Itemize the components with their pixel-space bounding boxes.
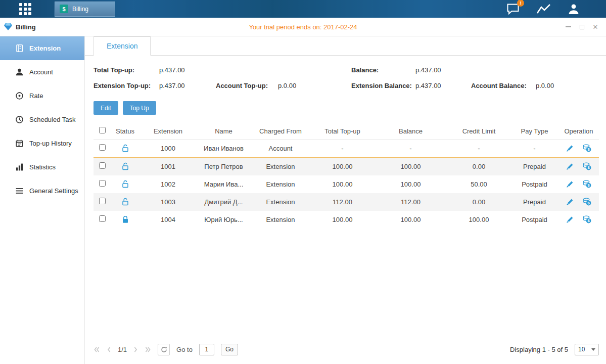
account-icon	[15, 68, 24, 76]
select-all-checkbox[interactable]	[99, 127, 106, 133]
cell-charged-from: Extension	[250, 211, 311, 229]
cell-extension: 1000	[139, 139, 197, 157]
cell-name: Петр Петров	[197, 157, 250, 175]
row-checkbox[interactable]	[99, 215, 106, 222]
cell-total-topup: 100.00	[311, 157, 374, 175]
account-topup-label: Account Top-up:	[216, 81, 278, 90]
row-checkbox[interactable]	[99, 198, 106, 204]
desktop-taskbar: $ Billing !	[0, 0, 606, 18]
edit-extension-icon[interactable]	[566, 163, 574, 170]
apps-grid-icon[interactable]	[19, 3, 31, 15]
unlocked-icon[interactable]	[122, 144, 129, 153]
line-chart-icon	[536, 4, 551, 15]
sidebar-item-account[interactable]: Account	[0, 60, 84, 84]
notifications-button[interactable]: !	[506, 3, 520, 15]
maximize-button[interactable]	[578, 23, 585, 30]
go-button[interactable]: Go	[221, 344, 238, 355]
sidebar-item-scheduled-task[interactable]: Scheduled Task	[0, 108, 84, 131]
next-page-button[interactable]	[133, 346, 138, 353]
unlocked-icon[interactable]	[122, 198, 129, 206]
table-header-row: Status Extension Name Charged From Total…	[94, 123, 599, 139]
cell-extension: 1003	[139, 193, 197, 211]
clock-icon	[15, 115, 24, 124]
top-up-extension-icon[interactable]: $	[583, 144, 591, 152]
sidebar-item-label: Scheduled Task	[29, 116, 76, 123]
close-button[interactable]: ✕	[592, 23, 599, 30]
cell-name: Иван Иванов	[197, 139, 250, 157]
displaying-text: Displaying 1 - 5 of 5	[510, 346, 568, 353]
page-size-value: 10	[578, 346, 585, 353]
edit-extension-icon[interactable]	[566, 145, 574, 152]
cell-total-topup: 100.00	[311, 175, 374, 193]
cell-balance: -	[374, 139, 447, 157]
monitor-button[interactable]	[536, 4, 551, 15]
col-charged-from: Charged From	[250, 123, 311, 139]
billing-dollar-icon: $	[60, 5, 68, 13]
top-up-extension-icon[interactable]: $	[583, 215, 591, 223]
account-balance-value: p.0.00	[536, 81, 599, 90]
sidebar-item-label: Top-up History	[29, 140, 72, 147]
col-pay-type: Pay Type	[510, 123, 558, 139]
cell-credit-limit: 0.00	[447, 193, 510, 211]
page-size-select[interactable]: 10	[575, 344, 599, 355]
locked-icon[interactable]	[122, 215, 129, 224]
row-checkbox[interactable]	[99, 180, 106, 187]
sidebar-item-extension[interactable]: Extension	[0, 36, 84, 60]
cell-pay-type: Postpaid	[510, 211, 558, 229]
screen: $ Billing !	[0, 0, 606, 364]
sidebar-item-general-settings[interactable]: General Settings	[0, 179, 84, 203]
person-icon	[568, 3, 580, 15]
edit-extension-icon[interactable]	[566, 216, 574, 223]
account-topup-value: p.0.00	[278, 81, 351, 90]
chevron-down-icon	[591, 348, 595, 351]
sidebar-item-label: General Settings	[29, 187, 78, 195]
extension-balance-value: p.437.00	[415, 81, 471, 90]
prev-page-button[interactable]	[107, 346, 111, 353]
edit-extension-icon[interactable]	[566, 180, 574, 188]
bar-chart-icon	[15, 163, 24, 171]
top-up-extension-icon[interactable]: $	[583, 198, 591, 206]
cell-charged-from: Account	[250, 139, 311, 157]
top-up-extension-icon[interactable]: $	[583, 180, 591, 188]
top-up-extension-icon[interactable]: $	[583, 162, 591, 170]
edit-button[interactable]: Edit	[94, 101, 118, 115]
taskbar-item-label: Billing	[72, 6, 88, 13]
cell-total-topup: 100.00	[311, 211, 374, 229]
last-page-button[interactable]	[145, 346, 151, 353]
main-content: Extension Total Top-up: p.437.00 Balance…	[85, 36, 606, 364]
row-checkbox[interactable]	[99, 162, 106, 169]
cell-credit-limit: 50.00	[447, 175, 510, 193]
user-account-button[interactable]	[568, 3, 580, 15]
total-topup-label: Total Top-up:	[94, 66, 159, 75]
col-credit-limit: Credit Limit	[447, 123, 510, 139]
edit-extension-icon[interactable]	[566, 198, 574, 206]
sidebar-item-rate[interactable]: Rate	[0, 84, 84, 108]
notification-badge: !	[517, 0, 524, 7]
minimize-button[interactable]	[565, 23, 572, 30]
pagination-bar: 1/1 Go to Go Displaying 1 - 5 of 5 10	[85, 338, 606, 364]
first-page-button[interactable]	[94, 346, 100, 353]
row-checkbox[interactable]	[99, 144, 106, 151]
tab-extension[interactable]: Extension	[94, 36, 151, 56]
unlocked-icon[interactable]	[122, 162, 129, 171]
extension-topup-label: Extension Top-up:	[94, 81, 159, 90]
menu-lines-icon	[15, 187, 24, 195]
cell-balance: 100.00	[374, 175, 447, 193]
refresh-icon	[161, 346, 167, 353]
taskbar-item-billing[interactable]: $ Billing	[55, 2, 115, 17]
top-up-button[interactable]: Top Up	[123, 101, 156, 115]
refresh-button[interactable]	[158, 344, 170, 355]
cell-credit-limit: -	[447, 139, 510, 157]
sidebar-item-statistics[interactable]: Statistics	[0, 155, 84, 179]
goto-page-input[interactable]	[199, 344, 214, 355]
cell-credit-limit: 100.00	[447, 211, 510, 229]
col-total-topup: Total Top-up	[311, 123, 374, 139]
sidebar-item-topup-history[interactable]: Top-up History	[0, 131, 84, 155]
sidebar: Extension Account Rate	[0, 36, 85, 364]
tab-bar: Extension	[85, 36, 606, 56]
col-name: Name	[197, 123, 250, 139]
unlocked-icon[interactable]	[122, 180, 129, 189]
action-buttons: Edit Top Up	[85, 90, 606, 115]
cell-name: Дмитрий Д...	[197, 193, 250, 211]
sidebar-item-label: Account	[29, 68, 53, 76]
